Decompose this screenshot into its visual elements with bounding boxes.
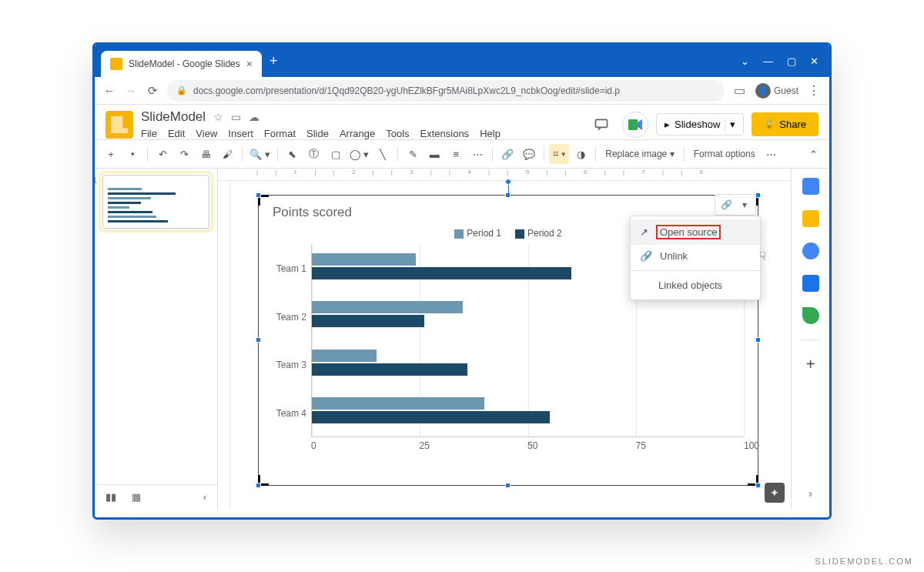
play-icon: ▸ bbox=[665, 119, 670, 130]
profile-button[interactable]: 👤 Guest bbox=[755, 83, 798, 99]
contacts-icon[interactable] bbox=[802, 275, 819, 292]
rotate-handle[interactable] bbox=[505, 179, 511, 185]
replace-image-button[interactable]: Replace image ▾ bbox=[601, 149, 678, 159]
resize-handle[interactable] bbox=[256, 483, 261, 488]
chevron-down-icon[interactable]: ▾ bbox=[735, 196, 754, 213]
menu-edit[interactable]: Edit bbox=[168, 128, 185, 139]
view-switcher: ▮▮ ▦ ‹ bbox=[95, 484, 217, 509]
more-toolbar-button[interactable]: ⋯ bbox=[762, 144, 782, 164]
menu-slide[interactable]: Slide bbox=[306, 128, 329, 139]
menubar: File Edit View Insert Format Slide Arran… bbox=[141, 128, 588, 139]
filmstrip-view-icon[interactable]: ▮▮ bbox=[105, 491, 116, 503]
redo-button[interactable]: ↷ bbox=[174, 144, 194, 164]
grid-view-icon[interactable]: ▦ bbox=[132, 491, 141, 503]
url-text: docs.google.com/presentation/d/1Qqd92QB2… bbox=[193, 85, 620, 96]
zoom-button[interactable]: 🔍 ▾ bbox=[247, 144, 273, 164]
format-options-button[interactable]: Format options bbox=[689, 149, 760, 159]
explore-button[interactable]: ✦ bbox=[765, 483, 785, 503]
comments-button[interactable] bbox=[588, 112, 614, 138]
resize-handle[interactable] bbox=[256, 337, 261, 343]
thumb-collapse-icon[interactable]: ‹ bbox=[203, 491, 206, 503]
close-tab-icon[interactable]: × bbox=[246, 58, 253, 70]
crop-button[interactable]: ⌗ ▾ bbox=[549, 144, 569, 164]
slide-thumbnail[interactable]: 1 bbox=[102, 175, 209, 229]
textbox-tool[interactable]: Ⓣ bbox=[304, 144, 324, 164]
resize-handle[interactable] bbox=[755, 483, 761, 488]
resize-handle[interactable] bbox=[755, 337, 761, 343]
menu-open-source[interactable]: ↗ Open source bbox=[631, 219, 760, 245]
print-button[interactable]: 🖶 bbox=[196, 144, 216, 164]
new-slide-dropdown[interactable]: ▾ bbox=[122, 144, 142, 164]
chart-object[interactable]: 🔗 ▾ ↗ Open source 🔗̸ Unlink bbox=[258, 195, 758, 486]
cloud-saved-icon[interactable]: ☁ bbox=[249, 111, 259, 123]
linked-chart-toolbar: 🔗 ▾ bbox=[715, 194, 756, 216]
browser-menu-icon[interactable]: ⋮ bbox=[806, 83, 822, 98]
forward-button[interactable]: → bbox=[124, 84, 138, 97]
install-app-icon[interactable]: ▭ bbox=[732, 83, 748, 98]
menu-view[interactable]: View bbox=[196, 128, 217, 139]
back-button[interactable]: ← bbox=[102, 84, 116, 97]
new-tab-button[interactable]: + bbox=[270, 53, 278, 69]
image-tool[interactable]: ▢ bbox=[326, 144, 346, 164]
move-icon[interactable]: ▭ bbox=[231, 111, 241, 123]
calendar-icon[interactable] bbox=[802, 178, 819, 195]
link-button[interactable]: 🔗 bbox=[497, 144, 517, 164]
menu-extensions[interactable]: Extensions bbox=[420, 128, 470, 139]
canvas[interactable]: | | 1 | | 2 | | 3 | | 4 | | 5 | | 6 | | … bbox=[218, 169, 791, 509]
keep-icon[interactable] bbox=[802, 210, 819, 227]
slideshow-button[interactable]: ▸ Slideshow ▾ bbox=[656, 113, 744, 135]
border-weight-button[interactable]: ≡ bbox=[446, 144, 466, 164]
resize-handle[interactable] bbox=[505, 483, 511, 488]
meet-icon bbox=[627, 116, 644, 133]
url-field[interactable]: 🔒 docs.google.com/presentation/d/1Qqd92Q… bbox=[167, 80, 725, 102]
account-chevron-icon[interactable]: ⌄ bbox=[741, 55, 749, 67]
border-color-button[interactable]: ▬ bbox=[424, 144, 444, 164]
minimize-button[interactable]: — bbox=[763, 55, 773, 67]
comment-button[interactable]: 💬 bbox=[519, 144, 539, 164]
pen-tool[interactable]: ✎ bbox=[403, 144, 423, 164]
hide-side-panel-button[interactable]: › bbox=[808, 487, 812, 500]
border-dash-button[interactable]: ⋯ bbox=[467, 144, 487, 164]
close-window-button[interactable]: ✕ bbox=[810, 55, 819, 67]
link-icon[interactable]: 🔗 bbox=[717, 196, 735, 213]
meet-button[interactable] bbox=[622, 112, 648, 138]
select-tool[interactable]: ⬉ bbox=[283, 144, 303, 164]
x-axis-labels: 0255075100 bbox=[311, 437, 744, 451]
document-title[interactable]: SlideModel bbox=[141, 109, 206, 125]
watermark: SLIDEMODEL.COM bbox=[815, 557, 913, 566]
resize-handle[interactable] bbox=[256, 192, 261, 198]
maximize-button[interactable]: ▢ bbox=[787, 55, 796, 67]
paint-format-button[interactable]: 🖌 bbox=[217, 144, 237, 164]
shape-tool[interactable]: ◯ ▾ bbox=[347, 144, 372, 164]
y-axis-labels: Team 1Team 2Team 3Team 4 bbox=[273, 245, 311, 437]
browser-tab[interactable]: SlideModel - Google Slides × bbox=[101, 51, 262, 77]
reload-button[interactable]: ⟳ bbox=[146, 84, 159, 98]
tasks-icon[interactable] bbox=[802, 243, 819, 259]
maps-icon[interactable] bbox=[802, 307, 819, 324]
menu-tools[interactable]: Tools bbox=[386, 128, 409, 139]
undo-button[interactable]: ↶ bbox=[152, 144, 172, 164]
thumbnail-panel: 1 ▮▮ ▦ ‹ bbox=[95, 169, 218, 509]
mask-button[interactable]: ◑ bbox=[571, 144, 591, 164]
thumb-number: 1 bbox=[92, 176, 97, 185]
collapse-toolbar-button[interactable]: ⌃ bbox=[803, 144, 823, 164]
add-addon-button[interactable]: + bbox=[806, 356, 815, 373]
chevron-down-icon[interactable]: ▾ bbox=[725, 119, 735, 130]
line-tool[interactable]: ╲ bbox=[373, 144, 393, 164]
menu-arrange[interactable]: Arrange bbox=[340, 128, 375, 139]
new-slide-button[interactable]: + bbox=[101, 144, 121, 164]
slideshow-label: Slideshow bbox=[675, 119, 720, 130]
share-button[interactable]: 🔒 Share bbox=[752, 112, 819, 136]
menu-insert[interactable]: Insert bbox=[228, 128, 253, 139]
menu-linked-objects[interactable]: Linked objects bbox=[631, 274, 760, 296]
menu-file[interactable]: File bbox=[141, 128, 157, 139]
star-icon[interactable]: ☆ bbox=[213, 111, 223, 123]
resize-handle[interactable] bbox=[755, 192, 761, 198]
unlink-label: Unlink bbox=[660, 250, 688, 262]
legend-item: Period 2 bbox=[515, 228, 562, 239]
toolbar: + ▾ ↶ ↷ 🖶 🖌 🔍 ▾ ⬉ Ⓣ ▢ ◯ ▾ ╲ ✎ ▬ ≡ ⋯ 🔗 💬 … bbox=[95, 139, 829, 169]
menu-help[interactable]: Help bbox=[480, 128, 500, 139]
menu-unlink[interactable]: 🔗̸ Unlink bbox=[631, 245, 760, 267]
slides-logo-icon[interactable] bbox=[105, 111, 133, 139]
menu-format[interactable]: Format bbox=[264, 128, 296, 139]
